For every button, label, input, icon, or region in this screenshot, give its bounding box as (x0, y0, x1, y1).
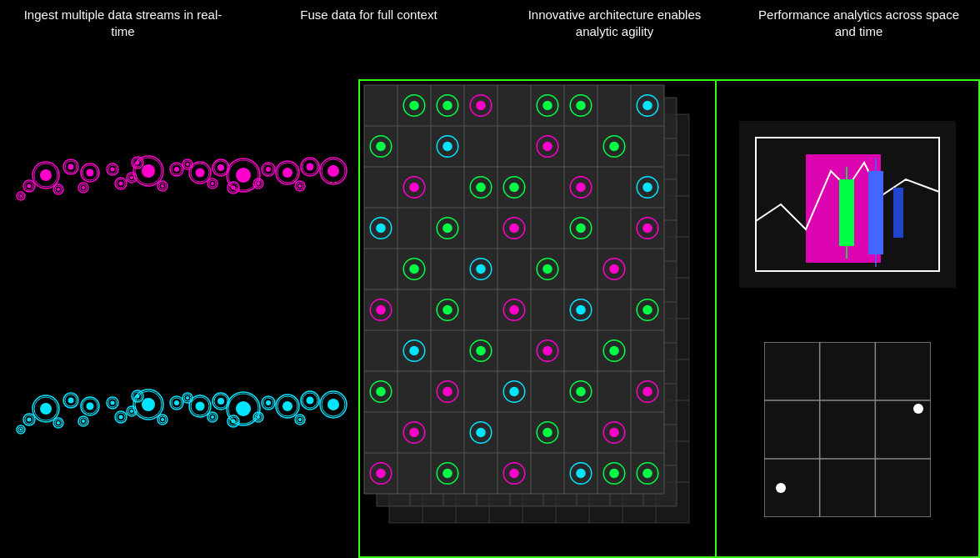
header-label-4: Performance analytics across space and t… (738, 0, 980, 48)
header-label-2: Fuse data for full context (246, 0, 492, 48)
analytics-chart (739, 121, 956, 288)
main-content (0, 79, 980, 558)
grid-fusion-section (358, 79, 717, 558)
analytics-section (717, 79, 980, 558)
grid-small (764, 342, 931, 517)
header-labels: Ingest multiple data streams in real-tim… (0, 0, 980, 48)
header-label-1: Ingest multiple data streams in real-tim… (0, 0, 246, 48)
header-label-3: Innovative architecture enables analytic… (492, 0, 738, 48)
data-streams-section (0, 79, 358, 558)
